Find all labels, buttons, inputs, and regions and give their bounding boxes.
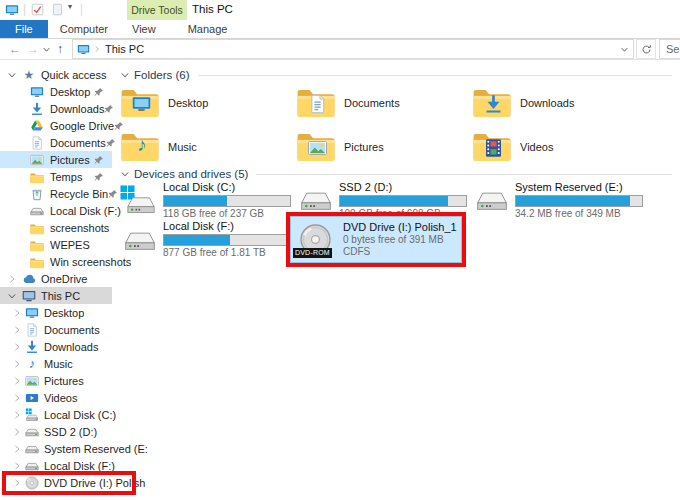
folder-tile-pictures[interactable]: Pictures [296, 130, 472, 163]
document-icon [30, 136, 44, 150]
sidebar-item-wepes[interactable]: WEPES [0, 236, 112, 253]
refresh-button[interactable] [636, 39, 656, 59]
chevron-right-icon[interactable] [12, 376, 22, 386]
pin-icon [108, 189, 118, 199]
desktop-folder-icon [120, 87, 160, 118]
sidebar-item-pc-downloads[interactable]: Downloads [0, 338, 112, 355]
chevron-right-icon[interactable] [12, 461, 22, 471]
divider [256, 174, 672, 175]
hard-drive-icon [25, 442, 39, 456]
back-button[interactable]: ← [6, 42, 24, 56]
downloads-folder-icon [472, 87, 512, 118]
tab-file[interactable]: File [0, 20, 48, 38]
navigation-bar: ← → ↑ This PC Se [0, 39, 680, 60]
blank-file-icon[interactable] [51, 3, 64, 16]
chevron-right-icon[interactable] [12, 427, 22, 437]
chevron-down-icon[interactable] [7, 70, 17, 80]
address-dropdown-icon[interactable] [620, 45, 629, 54]
capacity-bar [163, 234, 291, 246]
folder-icon [30, 172, 44, 184]
folder-tile-music[interactable]: ♪ Music [120, 130, 296, 163]
drive-tile-dvd-polish-1[interactable]: DVD-ROM DVD Drive (I:) Polish_1 0 bytes … [290, 216, 462, 263]
sidebar-item-documents[interactable]: Documents [0, 134, 112, 151]
sidebar-item-pc-local-disk-f[interactable]: Local Disk (F:) [0, 457, 112, 474]
chevron-down-icon[interactable] [120, 70, 130, 80]
chevron-down-icon[interactable] [7, 291, 17, 301]
pin-icon [114, 121, 124, 131]
sidebar-item-pc-local-disk-c[interactable]: Local Disk (C:) [0, 406, 112, 423]
sidebar-item-win-screenshots[interactable]: Win screenshots [0, 253, 112, 270]
sidebar-item-local-disk-f[interactable]: Local Disk (F:) [0, 202, 112, 219]
chevron-right-icon[interactable] [12, 393, 22, 403]
drive-tile-local-disk-f[interactable]: Local Disk (F:) 877 GB free of 1.81 TB [120, 216, 296, 263]
sidebar-item-desktop[interactable]: Desktop [0, 83, 112, 100]
folder-tile-videos[interactable]: Videos [472, 130, 648, 163]
address-bar[interactable]: This PC [72, 39, 634, 59]
hard-drive-icon [296, 185, 334, 215]
folders-grid: Desktop Documents Downloads [120, 86, 672, 163]
sidebar-item-quick-access[interactable]: ★ Quick access [0, 66, 112, 83]
chevron-right-icon[interactable] [12, 444, 22, 454]
chevron-down-icon[interactable] [120, 169, 130, 179]
drive-tile-local-disk-c[interactable]: Local Disk (C:) 118 GB free of 237 GB [120, 184, 296, 216]
chevron-right-icon[interactable] [12, 410, 22, 420]
sidebar-item-pc-system-reserved-e[interactable]: System Reserved (E: [0, 440, 112, 457]
drive-tile-system-reserved-e[interactable]: System Reserved (E:) 34.2 MB free of 349… [472, 184, 648, 216]
pin-icon [94, 155, 104, 165]
search-input[interactable]: Se [659, 39, 680, 59]
file-explorer-window: | ▾ | Drive Tools This PC File Computer … [0, 0, 680, 500]
forward-button[interactable]: → [24, 42, 42, 56]
ribbon-tabs: File Computer View Manage [0, 20, 680, 39]
sidebar-item-google-drive[interactable]: Google Drive [0, 117, 112, 134]
chevron-right-icon[interactable] [12, 359, 22, 369]
sidebar-item-pc-desktop[interactable]: Desktop [0, 304, 112, 321]
breadcrumb[interactable]: This PC [105, 43, 144, 55]
sidebar-item-pictures[interactable]: Pictures [0, 151, 112, 168]
folders-group-header[interactable]: Folders (6) [120, 67, 672, 83]
sidebar-item-this-pc[interactable]: This PC [0, 287, 112, 304]
checkmark-icon[interactable] [31, 3, 44, 16]
chevron-right-icon[interactable] [12, 325, 22, 335]
breadcrumb-chevron-icon[interactable] [93, 45, 101, 53]
star-icon: ★ [22, 68, 36, 82]
folder-tile-downloads[interactable]: Downloads [472, 86, 648, 119]
sidebar-item-pc-ssd-2-d[interactable]: SSD 2 (D:) [0, 423, 112, 440]
sidebar-item-screenshots[interactable]: screenshots [0, 219, 112, 236]
tab-manage[interactable]: Manage [176, 20, 240, 38]
tab-view[interactable]: View [120, 20, 168, 38]
drive-info: DVD Drive (I:) Polish_1 0 bytes free of … [343, 221, 461, 258]
hard-drive-icon [472, 185, 510, 215]
video-icon [25, 391, 39, 405]
recent-locations-chevron-icon[interactable] [42, 45, 51, 54]
dvd-disc-icon [25, 476, 39, 490]
refresh-icon [641, 44, 652, 55]
sidebar-item-recycle-bin[interactable]: Recycle Bin [0, 185, 112, 202]
chevron-right-icon[interactable] [12, 478, 22, 488]
chevron-right-icon[interactable] [7, 274, 17, 284]
sidebar-item-onedrive[interactable]: OneDrive [0, 270, 112, 287]
sidebar-item-pc-dvd-drive-i[interactable]: DVD Drive (I:) Polish [0, 474, 112, 491]
folder-tile-documents[interactable]: Documents [296, 86, 472, 119]
folder-tile-desktop[interactable]: Desktop [120, 86, 296, 119]
drive-tile-ssd-2-d[interactable]: SSD 2 (D:) 100 GB free of 698 GB [296, 184, 472, 216]
sidebar-item-temps[interactable]: Temps [0, 168, 112, 185]
chevron-right-icon[interactable] [12, 308, 22, 318]
sidebar-item-downloads[interactable]: Downloads [0, 100, 112, 117]
drive-name: DVD Drive (I:) Polish_1 [343, 221, 461, 234]
sidebar-item-pc-documents[interactable]: Documents [0, 321, 112, 338]
sidebar-item-pc-pictures[interactable]: Pictures [0, 372, 112, 389]
this-pc-icon [5, 3, 19, 17]
hard-drive-icon [120, 225, 158, 255]
sidebar-item-pc-videos[interactable]: Videos [0, 389, 112, 406]
drive-info: Local Disk (F:) 877 GB free of 1.81 TB [163, 220, 291, 259]
sidebar-item-pc-music[interactable]: ♪ Music [0, 355, 112, 372]
recycle-bin-icon [30, 187, 44, 201]
drives-grid: Local Disk (C:) 118 GB free of 237 GB SS… [120, 184, 672, 263]
chevron-right-icon[interactable] [12, 342, 22, 352]
drive-tools-contextual-tab[interactable]: Drive Tools [127, 0, 187, 20]
tab-computer[interactable]: Computer [48, 20, 120, 38]
download-arrow-icon [25, 340, 39, 354]
up-button[interactable]: ↑ [51, 42, 69, 56]
system-drive-icon [120, 185, 158, 215]
customize-caret-icon[interactable]: ▾ [68, 2, 72, 11]
